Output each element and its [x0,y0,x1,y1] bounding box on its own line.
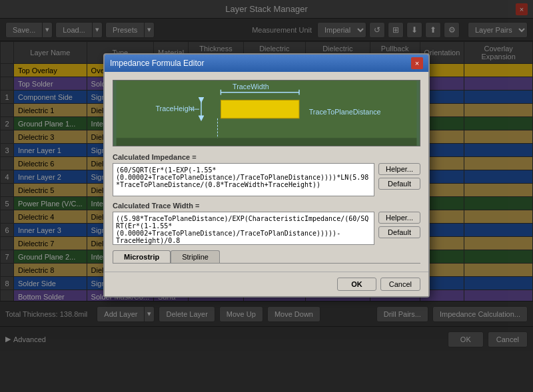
modal-title-bar: Impedance Formula Editor × [105,55,428,72]
modal-cancel-button[interactable]: Cancel [380,278,420,291]
formula2-buttons: Helper... Default [378,212,420,238]
modal-footer: OK Cancel [105,272,428,296]
tab-stripline[interactable]: Stripline [171,250,220,263]
svg-rect-1 [221,100,299,118]
modal-overlay: Impedance Formula Editor × TraceHeight [0,0,533,392]
formula2-textarea[interactable]: ((5.98*TraceToPlaneDistance)/EXP(Charact… [113,212,374,245]
formula2-default-button[interactable]: Default [378,226,420,238]
formula1-buttons: Helper... Default [378,163,420,190]
modal-body: TraceHeight TraceWidth TraceToPlaneDista… [105,72,428,272]
formula2-label: Calculated Trace Width = [113,202,420,210]
modal-ok-button[interactable]: OK [337,278,376,291]
tab-microstrip[interactable]: Microstrip [113,250,171,263]
svg-text:TraceWidth: TraceWidth [233,83,269,91]
formula1-label: Calculated Impedance = [113,153,420,161]
impedance-formula-editor-modal: Impedance Formula Editor × TraceHeight [103,53,430,297]
modal-tab-row: Microstrip Stripline [113,250,420,264]
formula1-textarea[interactable]: (60/SQRT(Er*(1-EXP(-1.55*(0.00002+TraceT… [113,163,374,196]
modal-title: Impedance Formula Editor [110,59,204,68]
svg-text:TraceHeight: TraceHeight [155,104,194,112]
formula1-default-button[interactable]: Default [378,178,420,190]
formula1-helper-button[interactable]: Helper... [378,163,420,175]
svg-text:TraceToPlaneDistance: TraceToPlaneDistance [309,108,381,116]
formula1-section: Calculated Impedance = (60/SQRT(Er*(1-EX… [113,153,420,196]
formula1-row: (60/SQRT(Er*(1-EXP(-1.55*(0.00002+TraceT… [113,163,420,196]
formula2-row: ((5.98*TraceToPlaneDistance)/EXP(Charact… [113,212,420,245]
impedance-diagram: TraceHeight TraceWidth TraceToPlaneDista… [113,80,420,146]
formula2-section: Calculated Trace Width = ((5.98*TraceToP… [113,202,420,245]
svg-rect-11 [117,138,417,146]
formula2-helper-button[interactable]: Helper... [378,212,420,224]
modal-close-button[interactable]: × [411,57,423,69]
